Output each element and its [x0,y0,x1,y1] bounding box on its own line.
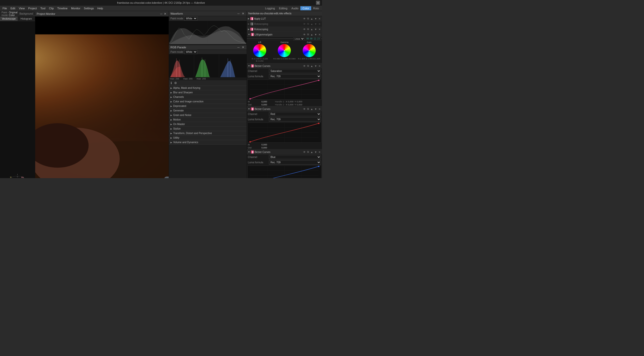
category-grain[interactable]: ▶ Grain and Noise [169,113,247,117]
category-utility[interactable]: ▶ Utility [169,136,247,140]
effect-bz3-down[interactable]: ▼ [314,150,317,154]
interpolation-select[interactable]: Linear [293,37,305,41]
rgb-minimize[interactable]: ─ [237,45,240,50]
category-grain-label: Grain and Noise [173,114,191,116]
effect-roto1-del[interactable]: ✕ [318,22,321,26]
tab-editing[interactable]: Editing [277,6,290,10]
lift-wheel[interactable] [253,44,266,57]
tab-roto[interactable]: Roto [311,6,321,10]
effects-settings-btn[interactable]: ⚙ [173,81,178,85]
effect-bz2-del[interactable]: ✕ [318,107,321,111]
category-channels[interactable]: ▶ Channels [169,95,247,99]
effect-roto2-down[interactable]: ▼ [314,27,317,31]
bz1-channel-select[interactable]: Saturation [269,69,321,73]
bz1-curve-area[interactable] [247,80,321,100]
effect-bz1-copy[interactable]: ⧉ [307,64,309,68]
effect-lut-up[interactable]: ▲ [310,17,313,20]
monitor-close[interactable]: ✕ [163,12,167,16]
monitor-minimize[interactable]: ─ [159,12,163,16]
gamma-wheel[interactable] [278,44,291,57]
menu-view[interactable]: View [17,6,26,10]
effect-bz2-header[interactable]: ▼ ▐ Bézier Curves 👁 ⧉ ▲ ▼ ✕ [247,106,322,111]
effect-bz3-copy[interactable]: ⧉ [307,150,309,154]
rgb-paint-select[interactable]: White [184,50,197,54]
effect-roto-2-header[interactable]: ▶ ▐ Rotoscoping 👁 ⧉ ▲ ▼ ✕ [247,27,322,32]
menu-tool[interactable]: Tool [39,6,47,10]
menu-timeline[interactable]: Timeline [56,6,69,10]
effect-roto2-eye[interactable]: 👁 [303,27,306,31]
effect-lut-copy[interactable]: ⧉ [307,17,309,20]
effects-info-btn[interactable]: ℹ [170,81,173,85]
menu-file[interactable]: File [1,6,9,10]
effect-roto-1-header[interactable]: ▶ ▐ Rotoscoping 👁 ⧉ ▲ ▼ ✕ [247,21,322,26]
effect-roto1-down[interactable]: ▼ [314,22,317,26]
effect-lut-del[interactable]: ✕ [318,17,321,20]
cat-arrow-motion: ▶ [170,118,172,121]
category-blur[interactable]: ▶ Blur and Sharpen [169,90,247,95]
wf-paint-select[interactable]: White [184,16,197,21]
waveform-close[interactable]: ✕ [241,11,245,16]
menu-clip[interactable]: Clip [48,6,55,10]
bz3-curve-area[interactable] [247,166,321,178]
rgb-close[interactable]: ✕ [241,45,245,50]
paint-mode-value: Original Color [9,11,17,17]
category-alpha[interactable]: ▶ Alpha, Mask and Keying [169,86,247,90]
gain-wheel[interactable] [303,44,316,57]
tab-logging[interactable]: Logging [263,6,277,10]
close-button[interactable]: ✕ [316,1,320,5]
effect-bz2-up[interactable]: ▲ [310,107,313,111]
effect-roto2-copy[interactable]: ⧉ [307,27,309,31]
bz3-channel-select[interactable]: Blue [269,155,321,159]
effect-bz2-down[interactable]: ▼ [314,107,317,111]
effect-bz1-header[interactable]: ▼ ▐ Bézier Curves 👁 ⧉ ▲ ▼ ✕ [247,63,322,68]
effect-bz3-eye[interactable]: 👁 [303,150,306,154]
bz2-channel-select[interactable]: Red [269,112,321,116]
effect-lgg-header[interactable]: ▼ ▐ Lift/gamma/gain 👁 ⧉ ▲ ▼ ✕ [247,32,322,37]
effect-roto1-up[interactable]: ▲ [310,22,313,26]
bz3-luma-select[interactable]: Rec. 709 [269,160,321,165]
effect-bz1-eye[interactable]: 👁 [303,64,306,68]
waveform-minimize[interactable]: ─ [237,11,240,16]
effect-bz3-up[interactable]: ▲ [310,150,313,154]
menu-settings[interactable]: Settings [82,6,96,10]
effect-lgg-eye[interactable]: 👁 [303,33,306,36]
category-volume[interactable]: ▶ Volume and Dynamics [169,140,247,145]
bz1-luma-select[interactable]: Rec. 709 [269,74,321,78]
effect-bz1-del[interactable]: ✕ [318,64,321,68]
effect-bz1-up[interactable]: ▲ [310,64,313,68]
menu-edit[interactable]: Edit [9,6,17,10]
effects-stack-header: framboise-ou-chocolat-edit.mkv effects [247,11,322,16]
tab-audio[interactable]: Audio [289,6,300,10]
category-deprecated[interactable]: ▶ Deprecated [169,104,247,108]
effect-bz1-down[interactable]: ▼ [314,64,317,68]
bz2-curve-area[interactable] [247,123,321,143]
effect-lut-down[interactable]: ▼ [314,17,317,20]
menu-monitor[interactable]: Monitor [70,6,82,10]
tab-histogram[interactable]: Histogram [18,17,35,21]
effect-lgg-up[interactable]: ▲ [310,33,313,36]
effect-roto1-eye[interactable]: 👁 [303,22,306,26]
tab-color[interactable]: Color [300,6,311,10]
effect-bz3-del[interactable]: ✕ [318,150,321,154]
category-color[interactable]: ▶ Color and Image correction [169,99,247,104]
effect-bz2-copy[interactable]: ⧉ [307,107,309,111]
effect-bz2-eye[interactable]: 👁 [303,107,306,111]
effect-lgg-down[interactable]: ▼ [314,33,317,36]
effect-lgg-copy[interactable]: ⧉ [307,33,309,36]
tab-vectorscope[interactable]: Vectorscope [0,17,18,21]
menu-help[interactable]: Help [96,6,105,10]
bz2-luma-select[interactable]: Rec. 709 [269,117,321,122]
effect-bz3-header[interactable]: ▼ ▐ Bézier Curves 👁 ⧉ ▲ ▼ ✕ [247,149,322,154]
effect-roto2-up[interactable]: ▲ [310,27,313,31]
effect-lgg-del[interactable]: ✕ [318,33,321,36]
category-transform[interactable]: ▶ Transform, Distort and Perspective [169,131,247,136]
category-stylize[interactable]: ▶ Stylize [169,127,247,131]
effect-apply-lut-header[interactable]: ▶ ▐ Apply LUT 👁 ⧉ ▲ ▼ ✕ [247,16,322,21]
category-motion[interactable]: ▶ Motion [169,117,247,122]
menu-project[interactable]: Project [27,6,38,10]
category-generate[interactable]: ▶ Generate [169,108,247,113]
effect-lut-eye[interactable]: 👁 [303,17,306,20]
effect-roto2-del[interactable]: ✕ [318,27,321,31]
effect-roto1-copy[interactable]: ⧉ [307,22,309,26]
category-onmaster[interactable]: ▶ On Master [169,122,247,127]
